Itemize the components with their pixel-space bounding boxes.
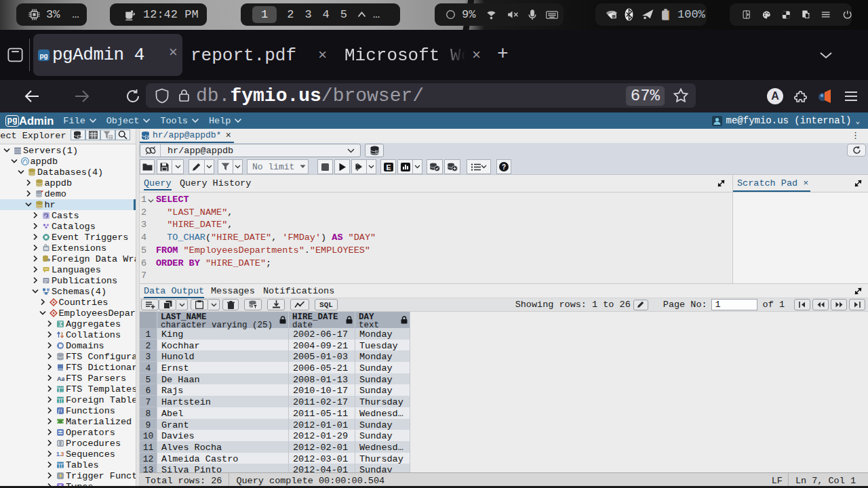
svg-text:?: ? [502, 163, 506, 171]
svg-text:pg: pg [39, 52, 47, 59]
svg-text:E: E [386, 163, 391, 171]
svg-text:3: 3 [61, 451, 64, 458]
svg-text:Aa: Aa [57, 375, 64, 382]
